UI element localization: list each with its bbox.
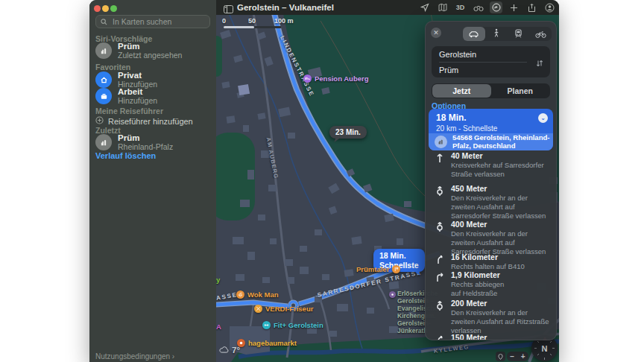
step-distance: 16 Kilometer: [451, 253, 498, 261]
dumbbell-icon: [262, 321, 271, 329]
cloud-icon: [219, 346, 229, 355]
tab-plan[interactable]: Planen: [491, 84, 550, 98]
car-icon: [468, 28, 479, 41]
bicycle-icon: [535, 28, 546, 41]
zoom-out-button[interactable]: −: [510, 353, 514, 361]
directions-icon[interactable]: [490, 1, 502, 13]
poi-fitx-gerolstein[interactable]: Fit+ Gerolstein: [262, 321, 323, 329]
step-distance: 1,9 Kilometer: [451, 270, 500, 279]
walk-icon: [493, 28, 499, 41]
route-alternative-badge[interactable]: 23 Min.: [329, 126, 367, 139]
step-line: auf Heldstraße: [451, 289, 549, 298]
poi-label: Prümtaler: [356, 265, 389, 273]
poi-wok-man[interactable]: Wok Man: [236, 290, 279, 299]
search-icon: [101, 15, 107, 28]
step-line: Rechts abbiegen: [451, 280, 549, 289]
transport-mode-control: [463, 27, 552, 41]
close-panel-button[interactable]: ✕: [431, 28, 441, 38]
plus-circle-icon: [95, 116, 104, 126]
city-avatar-icon: [95, 42, 112, 59]
step-line: Kreisverkehr auf Sarresdorfer: [451, 161, 549, 170]
scale-tick-50: 50: [248, 17, 256, 25]
city-avatar-icon: [95, 134, 112, 150]
item-title: Arbeit: [118, 87, 157, 96]
restaurant-icon: [392, 265, 400, 273]
step-line: zweiten Ausfahrt auf Ritzstraße: [451, 317, 549, 326]
roundabout-icon: [434, 220, 446, 232]
maps-app-window: Siri-Vorschläge Prüm Zuletzt angesehen F…: [89, 0, 559, 362]
step-line: Den Kreisverkehr an der: [451, 194, 549, 203]
sidebar-item-pruem-history[interactable]: Prüm Rheinland-Pfalz: [95, 133, 173, 151]
poi-church-dot[interactable]: [389, 291, 396, 298]
cut-poi-label-green: y: [216, 276, 220, 284]
add-pin-icon[interactable]: [508, 1, 520, 13]
selected-route-card[interactable]: 18 Min. ⌄ 20 km - Schnellste 54568 Gerol…: [429, 109, 553, 150]
destination-field[interactable]: Prüm: [439, 62, 527, 77]
turn-right-icon: [434, 271, 446, 283]
chevron-down-icon[interactable]: ⌄: [538, 113, 548, 123]
step-line: Den Kreisverkehr an der: [451, 308, 549, 317]
tab-now[interactable]: Jetzt: [432, 84, 491, 98]
clear-history-link[interactable]: Verlauf löschen: [95, 151, 156, 160]
origin-field[interactable]: Gerolstein: [439, 46, 527, 62]
mode-transit-button[interactable]: [508, 27, 530, 41]
window-title: Gerolstein – Vulkaneifel: [237, 3, 334, 12]
account-icon[interactable]: [543, 1, 556, 13]
add-guide-button[interactable]: Reiseführer hinzufügen: [95, 116, 193, 126]
home-icon: [95, 72, 112, 88]
look-around-control[interactable]: [496, 352, 505, 361]
poi-verdi-friseur[interactable]: VERDI-Friseur: [254, 305, 313, 313]
step-line: Straße verlassen: [451, 170, 549, 179]
restaurant-icon: [236, 290, 244, 299]
share-icon[interactable]: [525, 1, 538, 13]
sidebar-item-work[interactable]: Arbeit Hinzufügen: [95, 87, 157, 105]
item-title: Privat: [118, 71, 157, 80]
window-minimize-button[interactable]: [102, 5, 109, 12]
scissors-icon: [254, 305, 262, 313]
mode-walk-button[interactable]: [485, 27, 508, 41]
swap-endpoints-icon[interactable]: [536, 57, 543, 71]
location-arrow-icon[interactable]: [418, 1, 431, 13]
sidebar: Siri-Vorschläge Prüm Zuletzt angesehen F…: [89, 0, 216, 362]
city-avatar-icon: [435, 136, 447, 148]
map-icon[interactable]: [436, 1, 449, 13]
roundabout-icon: [434, 299, 446, 311]
badge-duration: 18 Min.: [379, 251, 419, 261]
step-line: zweiten Ausfahrt auf: [451, 203, 549, 212]
zoom-control[interactable]: − +: [507, 352, 528, 361]
weather-widget: 7°: [219, 346, 240, 355]
search-input[interactable]: [111, 16, 205, 27]
search-field[interactable]: [95, 15, 210, 28]
roundabout-icon: [434, 185, 446, 197]
bear-right-icon: [434, 253, 446, 265]
window-zoom-button[interactable]: [110, 5, 117, 12]
item-title: Prüm: [118, 133, 173, 142]
poi-label: VERDI-Friseur: [265, 305, 313, 313]
bed-icon: [303, 74, 312, 83]
title-bar: Gerolstein – Vulkaneifel 3D: [216, 0, 559, 15]
route-destination-row[interactable]: 54568 Gerolstein, Rheinland- Pfalz, Deut…: [429, 133, 553, 150]
screenshot-canvas: Siri-Vorschläge Prüm Zuletzt angesehen F…: [0, 0, 644, 362]
zoom-in-button[interactable]: +: [521, 353, 525, 361]
3d-view-icon[interactable]: 3D: [454, 1, 467, 13]
temperature-label: 7°: [232, 346, 240, 355]
sidebar-item-home[interactable]: Privat Hinzufügen: [95, 71, 157, 89]
mode-cycle-button[interactable]: [529, 27, 552, 41]
poi-pension-auberg[interactable]: Pension Auberg: [303, 74, 369, 83]
step-distance: 40 Meter: [451, 151, 483, 160]
cut-poi-label-magenta: A: [216, 323, 221, 331]
binoculars-icon[interactable]: [472, 1, 484, 13]
church-icon: [389, 291, 396, 298]
item-title: Prüm: [118, 42, 182, 51]
mode-drive-button[interactable]: [463, 27, 485, 41]
guides-header: Meine Reiseführer: [95, 107, 163, 115]
terms-link[interactable]: Nutzungsbedingungen ›: [95, 352, 174, 361]
poi-pruemtaler[interactable]: Prümtaler: [356, 265, 400, 273]
window-close-button[interactable]: [94, 5, 101, 12]
step-distance: 400 Meter: [451, 220, 487, 229]
item-subtitle: Zuletzt angesehen: [118, 51, 182, 60]
sidebar-item-pruem-recent[interactable]: Prüm Zuletzt angesehen: [95, 42, 182, 60]
route-duration: 18 Min.: [436, 112, 467, 123]
scale-tick-0: 0: [222, 17, 226, 25]
poi-hagebaumarkt[interactable]: hagebaumarkt: [237, 339, 297, 347]
